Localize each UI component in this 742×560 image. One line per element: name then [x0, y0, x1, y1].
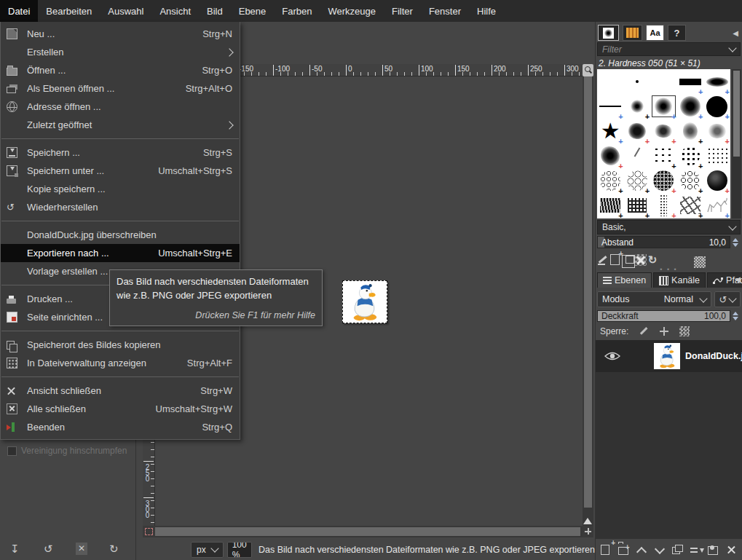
- brush-thumbnail[interactable]: [624, 143, 651, 168]
- horizontal-scrollbar[interactable]: [155, 526, 583, 537]
- brush-thumbnail[interactable]: +: [650, 168, 677, 193]
- lower-layer-icon[interactable]: [655, 544, 665, 554]
- restore-tool-preset-icon[interactable]: ↺: [44, 543, 53, 554]
- menu-item-speichern[interactable]: Speichern ... Strg+S: [1, 143, 240, 162]
- tab-fonts[interactable]: Aa: [646, 25, 664, 41]
- reset-tool-options-icon[interactable]: ↻: [109, 543, 119, 554]
- brush-thumbnail[interactable]: [624, 69, 651, 94]
- quick-mask-toggle[interactable]: [143, 526, 155, 537]
- layer-visibility-eye-icon[interactable]: [604, 351, 620, 361]
- menu-fenster[interactable]: Fenster: [421, 0, 469, 22]
- merge-down-icon[interactable]: [690, 546, 698, 553]
- menu-item-alle-schliessen[interactable]: Alle schließen Umschalt+Strg+W: [1, 400, 240, 418]
- spin-down-icon[interactable]: [733, 243, 738, 250]
- brush-thumbnail[interactable]: +: [650, 143, 677, 168]
- lock-alpha-icon[interactable]: [679, 326, 690, 336]
- zoom-dropdown[interactable]: [251, 543, 252, 557]
- tab-patterns[interactable]: [623, 25, 642, 41]
- menu-item-dateiverwaltung[interactable]: In Dateiverwaltung anzeigen Strg+Alt+F: [1, 354, 240, 372]
- menu-filter[interactable]: Filter: [384, 0, 421, 22]
- menu-auswahl[interactable]: Auswahl: [100, 0, 151, 22]
- save-tool-preset-icon[interactable]: ↧: [10, 543, 20, 554]
- layer-mode-switch-button[interactable]: ↺: [714, 291, 741, 307]
- edit-brush-icon[interactable]: [597, 254, 609, 266]
- spin-up-icon[interactable]: [733, 235, 738, 242]
- menu-item-exportieren-nach[interactable]: Exportieren nach ... Umschalt+Strg+E: [1, 244, 240, 262]
- menu-item-als-ebenen-oeffnen[interactable]: Als Ebenen öffnen ... Strg+Alt+O: [1, 79, 240, 98]
- vertical-scrollbar[interactable]: [583, 76, 593, 526]
- brush-thumbnail[interactable]: +: [677, 119, 704, 143]
- brush-spacing-slider[interactable]: Abstand 10,0: [597, 236, 730, 248]
- lock-position-icon[interactable]: [659, 326, 669, 336]
- brush-thumbnail[interactable]: +: [677, 69, 704, 94]
- menu-hilfe[interactable]: Hilfe: [469, 0, 504, 22]
- layer-row[interactable]: DonaldDuck.jp: [596, 340, 742, 372]
- brush-thumbnail[interactable]: +: [650, 119, 677, 143]
- menu-bild[interactable]: Bild: [199, 0, 231, 22]
- layer-mode-dropdown[interactable]: Modus Normal: [597, 291, 711, 307]
- brush-thumbnail[interactable]: +: [624, 193, 651, 218]
- navigation-preview-button[interactable]: [583, 526, 593, 537]
- menu-item-erstellen[interactable]: Erstellen: [1, 43, 240, 61]
- brush-thumbnail[interactable]: +: [677, 143, 704, 168]
- brush-thumbnail[interactable]: +: [597, 168, 624, 193]
- raise-layer-icon[interactable]: [636, 547, 647, 557]
- brush-grid-scrollbar[interactable]: [732, 69, 741, 218]
- brush-scrollbar-thumb[interactable]: [733, 71, 740, 157]
- open-brush-as-image-icon[interactable]: [694, 256, 706, 268]
- brush-thumbnail[interactable]: +: [703, 193, 730, 218]
- collapse-arrow-icon[interactable]: ◀: [733, 29, 738, 37]
- canvas-image-donaldduck[interactable]: [342, 280, 387, 323]
- menu-item-speichern-unter[interactable]: Speichern unter ... Umschalt+Strg+S: [1, 162, 240, 180]
- layer-name[interactable]: DonaldDuck.jp: [685, 351, 742, 361]
- brush-thumbnail[interactable]: +: [703, 168, 730, 193]
- add-layer-mask-icon[interactable]: [708, 546, 718, 555]
- duplicate-layer-icon[interactable]: [672, 547, 680, 554]
- spacing-spinner[interactable]: [731, 237, 740, 248]
- brush-thumbnail[interactable]: [650, 69, 677, 94]
- tab-brushes[interactable]: [598, 25, 619, 41]
- brush-thumbnail[interactable]: ★+: [597, 119, 624, 143]
- new-brush-icon[interactable]: [610, 254, 620, 265]
- opacity-spinner[interactable]: [731, 310, 740, 322]
- menu-item-ansicht-schliessen[interactable]: Ansicht schließen Strg+W: [1, 382, 240, 400]
- tool-option-checkbox-row[interactable]: Vereinigung hinschrumpfen: [7, 446, 127, 456]
- brush-thumbnail[interactable]: +: [677, 193, 704, 218]
- menu-item-wiederherstellen[interactable]: ↺ Wiederherstellen: [1, 198, 240, 216]
- spin-up-icon[interactable]: [733, 309, 738, 315]
- brush-filter-input[interactable]: Filter: [597, 42, 741, 56]
- zoom-value[interactable]: 100 %: [228, 543, 251, 557]
- delete-layer-icon[interactable]: [726, 544, 738, 556]
- menu-datei[interactable]: Datei: [0, 0, 38, 22]
- menu-werkzeuge[interactable]: Werkzeuge: [320, 0, 384, 22]
- brush-thumbnail[interactable]: +: [597, 94, 624, 119]
- lock-pixels-icon[interactable]: [639, 326, 649, 336]
- layer-thumbnail[interactable]: [654, 343, 680, 369]
- collapse-arrow-icon[interactable]: ◀: [735, 275, 741, 283]
- dock-drag-handle[interactable]: • • •: [596, 268, 742, 272]
- brush-thumbnail[interactable]: +: [703, 119, 730, 143]
- brush-thumbnail[interactable]: +: [677, 94, 704, 119]
- brush-thumbnail[interactable]: +: [677, 168, 704, 193]
- brush-thumbnail[interactable]: +: [624, 94, 651, 119]
- menu-bearbeiten[interactable]: Bearbeiten: [38, 0, 100, 22]
- refresh-brushes-icon[interactable]: ↻: [647, 254, 658, 266]
- menu-item-zuletzt-geoeffnet[interactable]: Zuletzt geöffnet: [1, 116, 240, 134]
- delete-tool-preset-icon[interactable]: ✕: [76, 543, 87, 555]
- checkbox-icon[interactable]: [7, 446, 17, 456]
- menu-item-kopie-speichern[interactable]: Kopie speichern ...: [1, 180, 240, 198]
- spin-down-icon[interactable]: [733, 317, 738, 323]
- new-layer-group-icon[interactable]: [618, 547, 628, 555]
- new-layer-icon[interactable]: [601, 545, 609, 555]
- vertical-scrollbar-thumb[interactable]: [584, 76, 592, 508]
- opacity-slider[interactable]: Deckkraft 100,0: [597, 310, 730, 322]
- menu-item-oeffnen[interactable]: Öffnen ... Strg+O: [1, 61, 240, 79]
- menu-farben[interactable]: Farben: [274, 0, 320, 22]
- brush-thumbnail-selected[interactable]: +: [650, 94, 677, 119]
- brush-thumbnail[interactable]: +: [650, 193, 677, 218]
- brush-thumbnail[interactable]: [597, 69, 624, 94]
- tab-ebenen[interactable]: Ebenen: [597, 272, 652, 288]
- brush-thumbnail[interactable]: +: [703, 94, 730, 119]
- zoom-control[interactable]: 100 %: [227, 542, 252, 558]
- menu-item-speicherort-kopieren[interactable]: Speicherort des Bildes kopieren: [1, 336, 240, 354]
